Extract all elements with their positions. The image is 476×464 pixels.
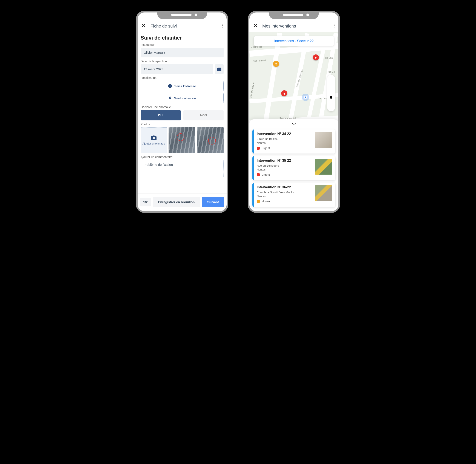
- svg-point-1: [222, 25, 223, 26]
- add-image-button[interactable]: Ajouter une image: [141, 127, 167, 153]
- svg-point-9: [334, 25, 335, 26]
- street-label: Rue Barc: [324, 57, 333, 59]
- map-pin-urgent[interactable]: [313, 54, 319, 60]
- svg-rect-7: [220, 69, 221, 70]
- priority-chip-icon: [257, 200, 260, 203]
- priority-label: Urgent: [262, 173, 270, 176]
- notch: [269, 11, 319, 19]
- geolocate-button[interactable]: Géolocalisation: [141, 93, 223, 103]
- kebab-menu-icon[interactable]: [334, 24, 335, 29]
- close-icon[interactable]: ✕: [141, 23, 146, 29]
- calendar-button[interactable]: [215, 64, 223, 74]
- anomaly-no-button[interactable]: NON: [183, 110, 223, 120]
- camera-icon: [151, 135, 156, 140]
- photos-label: Photos: [141, 123, 223, 126]
- card-address: Rue du BelvédèreNantes: [257, 164, 313, 171]
- date-label: Date de l'inspection: [141, 59, 223, 63]
- card-address: Complexe Sportif Jean MoulinNantes: [257, 191, 313, 198]
- card-title: Intervention N° 36-22: [257, 185, 313, 189]
- location-label: Localisation: [141, 76, 223, 79]
- priority-chip-icon: [257, 173, 260, 176]
- comment-input[interactable]: [141, 160, 223, 177]
- svg-point-8: [334, 24, 335, 25]
- anomaly-label: Déclarer une anomalie: [141, 105, 223, 109]
- intervention-card[interactable]: Intervention N° 36-22 Complexe Sportif J…: [253, 183, 335, 207]
- card-thumbnail: [315, 159, 332, 174]
- appbar-title: Fiche de suivi: [150, 24, 217, 29]
- page-title: Suivi de chantier: [141, 35, 223, 41]
- intervention-card[interactable]: Intervention N° 34-22 2 Rue Bd BalzacNan…: [253, 129, 335, 154]
- photo-thumb-2[interactable]: [197, 127, 223, 153]
- svg-rect-6: [219, 69, 220, 70]
- priority-chip-icon: [257, 147, 260, 150]
- comment-label: Ajouter un commentaire: [141, 155, 223, 159]
- calendar-icon: [217, 67, 222, 72]
- enter-address-label: Saisir l'adresse: [174, 84, 196, 88]
- street-label: Rue Pere: [318, 97, 328, 99]
- form-body: Suivi de chantier Inspecteur Date de l'i…: [138, 32, 227, 193]
- priority-label: Moyen: [262, 200, 270, 203]
- inspector-label: Inspecteur: [141, 43, 223, 47]
- geolocate-label: Géolocalisation: [174, 96, 196, 100]
- svg-rect-5: [218, 69, 219, 70]
- phone-left: ✕ Fiche de suivi Suivi de chantier Inspe…: [136, 11, 228, 213]
- bottom-sheet: Intervention N° 34-22 2 Rue Bd BalzacNan…: [249, 119, 338, 211]
- footer-bar: 1/2 Enregistrer en brouillon Suivant: [138, 193, 227, 211]
- next-button[interactable]: Suivant: [202, 197, 224, 207]
- zoom-slider[interactable]: [327, 75, 335, 111]
- plus-icon: +: [168, 84, 172, 88]
- enter-address-button[interactable]: + Saisir l'adresse: [141, 81, 223, 91]
- card-thumbnail: [315, 185, 332, 201]
- phone-right: ✕ Mes interventions Interventions - Sect…: [248, 11, 340, 213]
- svg-point-2: [222, 27, 223, 28]
- card-title: Intervention N° 34-22: [257, 132, 313, 136]
- map-pin-urgent[interactable]: [281, 90, 287, 96]
- priority-label: Urgent: [262, 146, 270, 150]
- card-address: 2 Rue Bd BalzacNantes: [257, 137, 313, 145]
- save-draft-button[interactable]: Enregistrer en brouillon: [153, 197, 200, 207]
- map-view[interactable]: Interventions - Secteur 22 e l'Hôtel D R…: [249, 32, 338, 211]
- card-title: Intervention N° 35-22: [257, 159, 313, 163]
- appbar-title: Mes interventions: [262, 24, 329, 29]
- svg-point-0: [222, 24, 223, 25]
- anomaly-yes-button[interactable]: OUI: [141, 110, 181, 120]
- location-pin-icon: [168, 96, 172, 100]
- photo-thumb-1[interactable]: [169, 127, 195, 153]
- sector-pill[interactable]: Interventions - Secteur 22: [254, 36, 334, 46]
- add-image-label: Ajouter une image: [142, 142, 165, 145]
- close-icon[interactable]: ✕: [253, 23, 258, 29]
- current-location-icon: [304, 96, 307, 99]
- map-pin-medium[interactable]: [273, 61, 279, 67]
- page-counter: 1/2: [140, 198, 151, 206]
- card-thumbnail: [315, 132, 332, 148]
- notch: [157, 11, 207, 19]
- street-label: e l'Hôtel D: [251, 46, 262, 48]
- inspector-input[interactable]: [141, 48, 223, 58]
- date-input[interactable]: [141, 64, 213, 74]
- svg-point-10: [334, 27, 335, 28]
- kebab-menu-icon[interactable]: [222, 24, 223, 29]
- intervention-card[interactable]: Intervention N° 35-22 Rue du BelvédèreNa…: [253, 156, 335, 180]
- street-label: Rue Co: [327, 70, 335, 73]
- sheet-handle-icon[interactable]: [253, 121, 335, 127]
